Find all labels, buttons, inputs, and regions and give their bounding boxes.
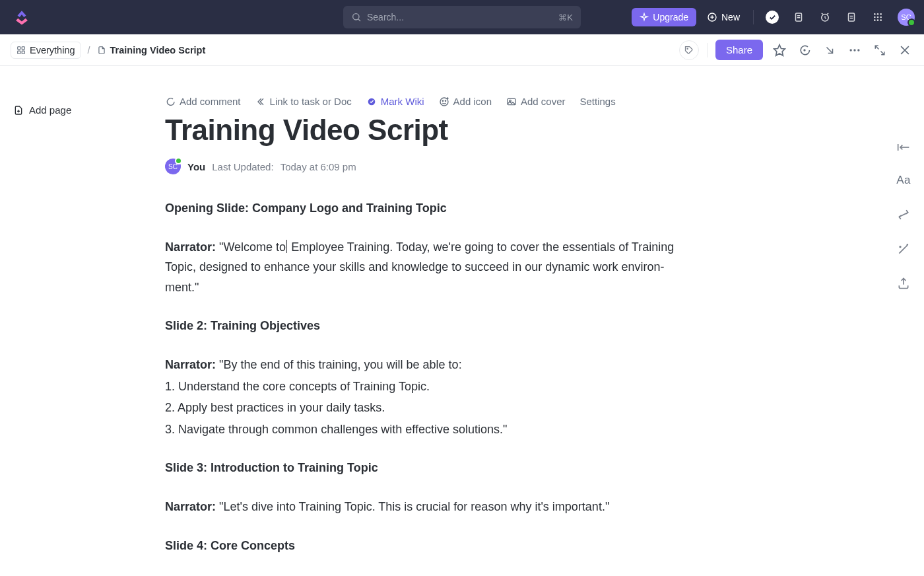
svg-point-31 bbox=[803, 49, 805, 51]
magic-wand-icon[interactable] bbox=[896, 242, 911, 256]
main-area: Add page Add comment Link to task or Doc… bbox=[0, 66, 924, 576]
svg-line-10 bbox=[825, 18, 826, 19]
user-avatar[interactable]: SC bbox=[898, 9, 915, 26]
subheader-actions: Share bbox=[679, 40, 913, 60]
author-initials: SC bbox=[168, 163, 178, 170]
search-shortcut: ⌘K bbox=[558, 13, 573, 22]
breadcrumb-separator: / bbox=[88, 45, 90, 55]
new-button[interactable]: New bbox=[702, 8, 745, 26]
svg-point-35 bbox=[857, 49, 859, 51]
emoji-icon bbox=[439, 96, 449, 107]
collapse-icon[interactable] bbox=[871, 42, 888, 59]
narrator-label-3: Narrator: bbox=[165, 500, 216, 513]
mark-wiki-label: Mark Wiki bbox=[381, 96, 424, 107]
add-cover-action[interactable]: Add cover bbox=[506, 96, 566, 107]
add-comment-label: Add comment bbox=[180, 96, 241, 107]
upgrade-label: Upgrade bbox=[653, 12, 688, 22]
apps-grid-icon[interactable] bbox=[867, 7, 888, 28]
svg-point-17 bbox=[877, 13, 879, 15]
app-logo[interactable] bbox=[13, 9, 30, 26]
clickup-logo-icon bbox=[13, 9, 30, 26]
image-icon bbox=[506, 96, 517, 107]
add-icon-label: Add icon bbox=[453, 96, 492, 107]
svg-point-20 bbox=[877, 17, 879, 18]
swap-icon[interactable] bbox=[896, 208, 911, 221]
narrator-label-1: Narrator: bbox=[165, 240, 216, 254]
divider bbox=[753, 10, 754, 24]
heading-slide4: Slide 4: Core Concepts bbox=[165, 539, 295, 552]
upgrade-button[interactable]: Upgrade bbox=[632, 8, 696, 26]
svg-line-12 bbox=[827, 13, 828, 15]
svg-line-55 bbox=[907, 244, 908, 246]
add-icon-action[interactable]: Add icon bbox=[439, 96, 492, 107]
add-page-label: Add page bbox=[29, 104, 71, 116]
top-right-actions: Upgrade New SC bbox=[632, 7, 915, 28]
close-icon[interactable] bbox=[896, 42, 913, 59]
divider bbox=[707, 43, 708, 57]
heading-opening: Opening Slide: Company Logo and Training… bbox=[165, 201, 447, 215]
text-cursor bbox=[286, 240, 287, 253]
comment-icon[interactable] bbox=[796, 42, 813, 59]
objective-2: 2. Apply best practices in your daily ta… bbox=[165, 401, 385, 414]
sparkle-icon bbox=[640, 13, 649, 22]
right-rail: Aa bbox=[896, 142, 911, 290]
svg-point-33 bbox=[850, 49, 852, 51]
breadcrumb-root[interactable]: Everything bbox=[11, 42, 81, 59]
download-arrow-icon[interactable] bbox=[821, 42, 838, 59]
svg-point-24 bbox=[880, 19, 882, 21]
svg-line-1 bbox=[358, 19, 360, 21]
breadcrumb-current[interactable]: Training Video Script bbox=[97, 45, 206, 55]
search-bar[interactable]: Search... ⌘K bbox=[343, 6, 581, 28]
notepad-icon[interactable] bbox=[841, 7, 862, 28]
updated-label: Last Updated: bbox=[212, 161, 273, 172]
typography-label: Aa bbox=[896, 174, 911, 187]
svg-rect-13 bbox=[849, 13, 855, 21]
add-comment-action[interactable]: Add comment bbox=[165, 96, 241, 107]
indent-left-icon[interactable] bbox=[896, 142, 911, 153]
svg-point-21 bbox=[880, 17, 882, 18]
narrator-label-2: Narrator: bbox=[165, 358, 216, 371]
document-content: Add comment Link to task or Doc Mark Wik… bbox=[165, 66, 686, 576]
search-icon bbox=[351, 12, 362, 22]
svg-marker-30 bbox=[774, 44, 785, 55]
doc-title[interactable]: Training Video Script bbox=[165, 114, 686, 147]
avatar-initials: SC bbox=[901, 13, 911, 21]
subheader: Everything / Training Video Script Share bbox=[0, 34, 924, 66]
typography-icon[interactable]: Aa bbox=[896, 174, 911, 187]
doc-meta: SC You Last Updated: Today at 6:09 pm bbox=[165, 159, 686, 174]
export-icon[interactable] bbox=[896, 277, 911, 290]
share-button[interactable]: Share bbox=[715, 40, 763, 60]
grid-icon bbox=[16, 46, 26, 55]
heading-slide2: Slide 2: Training Objectives bbox=[165, 319, 320, 332]
breadcrumb-root-label: Everything bbox=[30, 45, 75, 55]
doc-body[interactable]: Opening Slide: Company Logo and Training… bbox=[165, 198, 686, 556]
svg-rect-25 bbox=[18, 46, 20, 49]
svg-point-44 bbox=[442, 100, 443, 101]
more-icon[interactable] bbox=[846, 42, 863, 59]
author-name: You bbox=[187, 161, 205, 172]
author-avatar[interactable]: SC bbox=[165, 159, 181, 174]
check-circle-icon[interactable] bbox=[762, 7, 783, 28]
alarm-icon[interactable] bbox=[814, 7, 836, 28]
settings-action[interactable]: Settings bbox=[580, 96, 616, 107]
svg-point-43 bbox=[440, 98, 448, 106]
tag-button[interactable] bbox=[679, 40, 699, 60]
svg-point-18 bbox=[880, 13, 882, 15]
plus-circle-icon bbox=[707, 12, 717, 22]
mark-wiki-action[interactable]: Mark Wiki bbox=[366, 96, 424, 107]
clipboard-icon[interactable] bbox=[788, 7, 809, 28]
share-label: Share bbox=[726, 44, 752, 55]
wiki-badge-icon bbox=[366, 96, 377, 107]
svg-point-34 bbox=[853, 49, 855, 51]
add-page-button[interactable]: Add page bbox=[0, 104, 165, 116]
svg-line-11 bbox=[822, 13, 823, 15]
link-task-action[interactable]: Link to task or Doc bbox=[255, 96, 352, 107]
svg-point-23 bbox=[877, 19, 879, 21]
breadcrumb-current-label: Training Video Script bbox=[110, 45, 206, 55]
star-icon[interactable] bbox=[771, 42, 788, 59]
narrator-text-2: "By the end of this training, you will b… bbox=[216, 358, 462, 371]
add-page-icon bbox=[13, 105, 24, 116]
svg-point-45 bbox=[445, 100, 446, 101]
objective-3: 3. Navigate through common challenges wi… bbox=[165, 423, 507, 436]
left-rail: Add page bbox=[0, 66, 165, 576]
